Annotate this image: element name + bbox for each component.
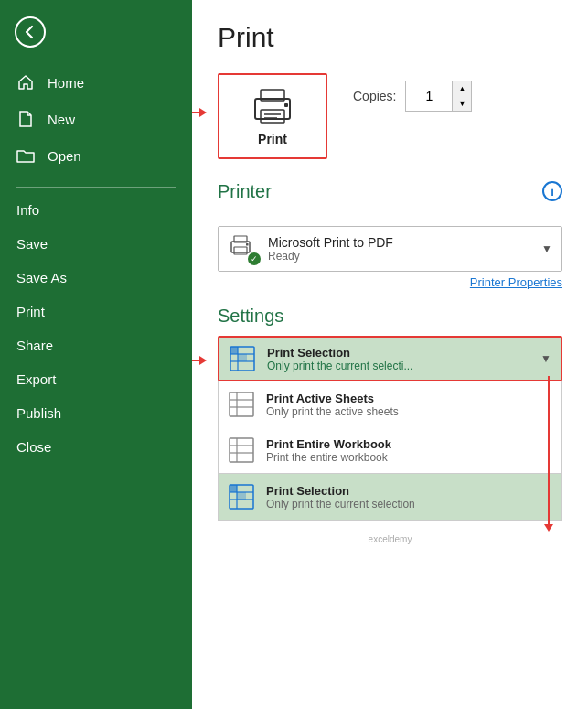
sidebar-item-open[interactable]: Open [0, 137, 192, 174]
new-file-icon [16, 110, 35, 128]
sidebar-item-export[interactable]: Export [0, 362, 192, 396]
option-workbook-title: Print Entire Workbook [266, 437, 552, 451]
svg-rect-7 [234, 247, 247, 254]
settings-dropdown-arrow: ▼ [540, 352, 551, 365]
back-button[interactable] [0, 0, 192, 64]
copies-decrement[interactable]: ▼ [453, 96, 471, 111]
annotation-arrow-print [192, 108, 207, 117]
print-button-row: Print Copies: 1 ▲ ▼ [218, 73, 562, 159]
printer-dropdown-arrow: ▼ [541, 242, 552, 255]
page-title: Print [218, 22, 562, 53]
check-badge: ✓ [248, 252, 261, 265]
sidebar-label-open: Open [48, 148, 81, 164]
option-print-selection[interactable]: Print Selection Only print the current s… [218, 473, 562, 521]
print-selection-selected[interactable]: Print Selection Only print the current s… [218, 336, 562, 381]
svg-rect-29 [237, 492, 246, 500]
printer-name: Microsoft Print to PDF [268, 235, 530, 250]
sidebar-item-info[interactable]: Info [0, 193, 192, 227]
svg-rect-14 [230, 347, 238, 354]
option-active-sheets[interactable]: Print Active Sheets Only print the activ… [218, 381, 562, 427]
sidebar-label-home: Home [48, 75, 84, 91]
printer-icon-wrap: ✓ [228, 234, 257, 263]
copies-input-wrap: 1 ▲ ▼ [405, 81, 472, 112]
sidebar-divider [16, 187, 176, 188]
printer-info: Microsoft Print to PDF Ready [268, 235, 530, 263]
settings-dropdown-container: Print Selection Only print the current s… [218, 336, 562, 521]
option-selection-title: Print Selection [266, 484, 552, 498]
printer-properties-link[interactable]: Printer Properties [218, 275, 562, 289]
sidebar-label-info: Info [16, 202, 39, 218]
sidebar-label-save-as: Save As [16, 270, 67, 285]
sidebar-item-publish[interactable]: Publish [0, 396, 192, 430]
sidebar-bottom-items: Info Save Save As Print Share Export Pub… [0, 193, 192, 464]
option-active-sheets-text: Print Active Sheets Only print the activ… [266, 392, 552, 418]
sidebar-label-new: New [48, 112, 75, 127]
sidebar-label-save: Save [16, 236, 48, 252]
svg-rect-1 [261, 110, 284, 123]
option-selection-desc: Only print the current selection [266, 498, 552, 510]
svg-rect-20 [230, 438, 253, 462]
table-icon-selected [229, 345, 256, 372]
annotation-arrow-down [544, 376, 553, 532]
home-icon [16, 73, 35, 91]
sidebar-label-export: Export [16, 371, 56, 387]
printer-dropdown[interactable]: ✓ Microsoft Print to PDF Ready ▼ [218, 226, 562, 272]
main-content: Print Print [192, 0, 588, 709]
sidebar-label-print: Print [16, 304, 45, 319]
watermark-area: exceldemy [218, 530, 562, 546]
copies-increment[interactable]: ▲ [453, 81, 471, 96]
option-entire-workbook-text: Print Entire Workbook Print the entire w… [266, 437, 552, 464]
option-entire-workbook[interactable]: Print Entire Workbook Print the entire w… [218, 427, 562, 473]
sidebar-item-print[interactable]: Print [0, 295, 192, 328]
sidebar-item-save[interactable]: Save [0, 227, 192, 261]
option-selection-text: Print Selection Only print the current s… [266, 484, 552, 510]
table-icon-selection [228, 483, 255, 510]
svg-rect-3 [284, 103, 288, 107]
print-button-label: Print [258, 132, 287, 146]
sidebar-item-new[interactable]: New [0, 101, 192, 137]
selected-option-text: Print Selection Only print the current s… [267, 346, 529, 372]
svg-rect-16 [230, 392, 253, 416]
printer-section-header: Printer [218, 181, 562, 202]
printer-icon [248, 86, 297, 126]
sidebar-item-save-as[interactable]: Save As [0, 261, 192, 295]
back-circle-icon [15, 16, 46, 48]
sidebar-label-close: Close [16, 439, 51, 455]
printer-status: Ready [268, 250, 530, 263]
svg-rect-15 [238, 354, 247, 361]
watermark: exceldemy [369, 534, 412, 544]
sidebar-top-items: Home New Open [0, 64, 192, 181]
sidebar-item-close[interactable]: Close [0, 430, 192, 464]
sidebar-item-home[interactable]: Home [0, 64, 192, 101]
option-active-sheets-desc: Only print the active sheets [266, 405, 552, 418]
selected-option-title: Print Selection [267, 346, 529, 360]
copies-spinners: ▲ ▼ [452, 81, 471, 111]
selected-option-desc: Only print the current selecti... [267, 360, 529, 372]
settings-header: Settings [218, 306, 562, 327]
sidebar-label-publish: Publish [16, 405, 61, 421]
option-workbook-desc: Print the entire workbook [266, 451, 552, 464]
sidebar-item-share[interactable]: Share [0, 328, 192, 362]
printer-small-icon [228, 234, 253, 256]
table-icon-workbook [228, 436, 255, 464]
annotation-arrow-settings [192, 356, 207, 365]
printer-section: i Printer ✓ Microsoft Print to PDF Ready… [218, 181, 562, 289]
sidebar: Home New Open Info Save [0, 0, 192, 709]
settings-section: Settings Print Selection [218, 306, 562, 521]
sidebar-label-share: Share [16, 338, 53, 353]
option-active-sheets-title: Print Active Sheets [266, 392, 552, 405]
print-button[interactable]: Print [218, 73, 327, 159]
svg-rect-28 [230, 485, 237, 492]
copies-area: Copies: 1 ▲ ▼ [353, 81, 472, 112]
copies-input[interactable]: 1 [406, 85, 452, 107]
table-icon-active-sheets [228, 391, 255, 418]
svg-rect-9 [246, 243, 249, 246]
folder-icon [16, 146, 35, 165]
info-icon[interactable]: i [542, 181, 562, 201]
copies-label: Copies: [353, 89, 396, 103]
